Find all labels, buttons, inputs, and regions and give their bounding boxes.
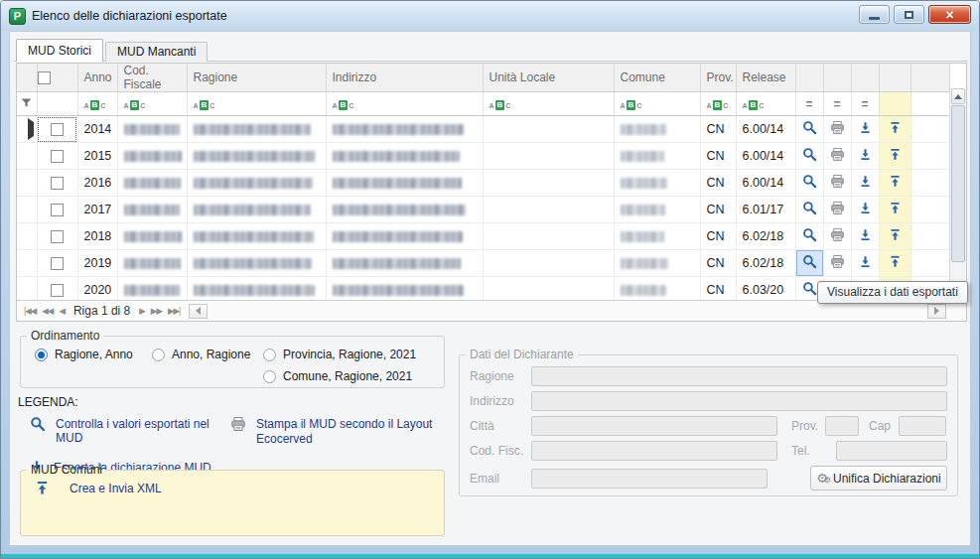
scroll-up-button[interactable]: [951, 88, 965, 104]
radio-anno-ragione[interactable]: Anno, Ragione: [152, 345, 263, 364]
column-header-ragione[interactable]: Ragione: [187, 64, 326, 92]
print-button[interactable]: [823, 170, 851, 197]
view-exported-button[interactable]: [795, 197, 823, 223]
scrollbar-thumb[interactable]: [951, 105, 965, 262]
row-checkbox[interactable]: [51, 204, 64, 216]
vertical-scrollbar[interactable]: [949, 88, 966, 300]
tab-mud-storici[interactable]: MUD Storici: [16, 39, 103, 62]
select-all-checkbox[interactable]: [38, 71, 51, 84]
hscroll-right-button[interactable]: [927, 304, 946, 319]
redacted-text: [124, 124, 180, 135]
filter-indirizzo[interactable]: ABC: [326, 92, 483, 116]
print-button[interactable]: [823, 116, 851, 143]
hscroll-left-button[interactable]: [189, 304, 208, 319]
row-checkbox-cell[interactable]: [37, 116, 77, 143]
upload-xml-button[interactable]: [879, 250, 910, 277]
row-checkbox-cell[interactable]: [37, 143, 77, 170]
column-header-comune[interactable]: Comune: [614, 64, 700, 92]
filter-view-col[interactable]: =: [795, 92, 823, 116]
table-row[interactable]: 2014CN6.00/14: [17, 116, 949, 143]
crea-invia-xml-link[interactable]: Crea e Invia XML: [21, 477, 444, 495]
column-header-release[interactable]: Release: [736, 64, 795, 92]
export-button[interactable]: [851, 116, 879, 143]
radio-label: Comune, Ragione, 2021: [283, 369, 412, 383]
filter-print-col[interactable]: =: [823, 92, 851, 116]
print-button[interactable]: [823, 250, 851, 277]
upload-xml-button[interactable]: [879, 116, 910, 143]
filter-funnel-cell[interactable]: [17, 92, 37, 116]
row-checkbox[interactable]: [51, 177, 64, 190]
column-header-indirizzo[interactable]: Indirizzo: [326, 64, 483, 92]
radio-provincia-ragione[interactable]: Provincia, Ragione, 2021: [263, 345, 444, 364]
table-row[interactable]: 2019CN6.02/18: [17, 250, 949, 277]
export-button[interactable]: [851, 143, 879, 170]
grid-body: 2014CN6.00/142015CN6.00/142016CN6.00/142…: [17, 116, 949, 304]
row-checkbox-cell[interactable]: [37, 197, 77, 223]
row-checkbox-cell[interactable]: [37, 223, 77, 250]
upload-xml-button[interactable]: [879, 197, 910, 223]
filter-release[interactable]: ABC: [736, 92, 795, 116]
close-button[interactable]: ×: [928, 5, 971, 24]
filter-export-col[interactable]: =: [851, 92, 879, 116]
row-indicator[interactable]: [17, 170, 37, 197]
export-button[interactable]: [851, 223, 879, 250]
row-indicator[interactable]: [17, 223, 37, 250]
redacted-text: [194, 258, 312, 269]
select-all-header[interactable]: [37, 64, 77, 92]
title-bar[interactable]: P Elenco delle dichiarazioni esportate ×: [1, 1, 979, 31]
radio-ragione-anno[interactable]: Ragione, Anno: [35, 345, 152, 364]
redacted-text: [194, 285, 315, 296]
upload-xml-button[interactable]: [879, 143, 910, 170]
export-button[interactable]: [851, 170, 879, 197]
row-indicator[interactable]: [17, 197, 37, 223]
view-exported-button[interactable]: [795, 170, 823, 197]
fast-prev-button[interactable]: ◀◀: [39, 306, 56, 316]
fast-next-button[interactable]: ▶▶: [148, 306, 165, 316]
print-button[interactable]: [823, 223, 851, 250]
tab-mud-mancanti[interactable]: MUD Mancanti: [105, 42, 208, 62]
view-exported-button[interactable]: [795, 116, 823, 143]
row-checkbox[interactable]: [51, 230, 64, 243]
filter-anno[interactable]: ABC: [77, 92, 117, 116]
next-page-button[interactable]: ▶: [136, 306, 148, 316]
print-button[interactable]: [823, 143, 851, 170]
row-indicator[interactable]: [17, 250, 37, 277]
last-page-button[interactable]: ▶▶|: [165, 306, 183, 316]
table-row[interactable]: 2017CN6.01/17: [17, 197, 949, 223]
view-exported-button[interactable]: [795, 250, 823, 277]
minimize-button[interactable]: [859, 5, 890, 24]
upload-xml-button[interactable]: [879, 223, 910, 250]
table-row[interactable]: 2015CN6.00/14: [17, 143, 949, 170]
table-row[interactable]: 2018CN6.02/18: [17, 223, 949, 250]
row-checkbox[interactable]: [51, 257, 64, 270]
unifica-label: Unifica Dichiarazioni: [833, 472, 941, 486]
export-button[interactable]: [851, 250, 879, 277]
row-indicator[interactable]: [17, 143, 37, 170]
row-checkbox[interactable]: [51, 284, 64, 297]
filter-cod-fiscale[interactable]: ABC: [117, 92, 187, 116]
maximize-button[interactable]: [894, 5, 924, 24]
row-checkbox[interactable]: [51, 123, 64, 136]
column-header-prov[interactable]: Prov.: [700, 64, 736, 92]
column-header-cod-fiscale[interactable]: Cod. Fiscale: [117, 64, 187, 92]
first-page-button[interactable]: |◀◀: [21, 306, 39, 316]
row-checkbox-cell[interactable]: [37, 170, 77, 197]
filter-unita-locale[interactable]: ABC: [483, 92, 614, 116]
row-checkbox-cell[interactable]: [37, 250, 77, 277]
filter-comune[interactable]: ABC: [614, 92, 700, 116]
upload-xml-button[interactable]: [879, 170, 910, 197]
column-header-unita-locale[interactable]: Unità Locale: [483, 64, 614, 92]
filter-ragione[interactable]: ABC: [187, 92, 326, 116]
row-indicator[interactable]: [17, 116, 37, 143]
radio-comune-ragione[interactable]: Comune, Ragione, 2021: [263, 366, 444, 386]
print-button[interactable]: [823, 197, 851, 223]
column-header-anno[interactable]: Anno: [77, 64, 117, 92]
table-row[interactable]: 2016CN6.00/14: [17, 170, 949, 197]
export-button[interactable]: [851, 197, 879, 223]
filter-prov[interactable]: ABC: [700, 92, 736, 116]
view-exported-button[interactable]: [795, 143, 823, 170]
prev-page-button[interactable]: ◀: [56, 306, 68, 316]
view-exported-button[interactable]: [795, 223, 823, 250]
unifica-dichiarazioni-button[interactable]: ⚙⚙ Unifica Dichiarazioni: [810, 466, 947, 490]
row-checkbox[interactable]: [51, 150, 64, 163]
